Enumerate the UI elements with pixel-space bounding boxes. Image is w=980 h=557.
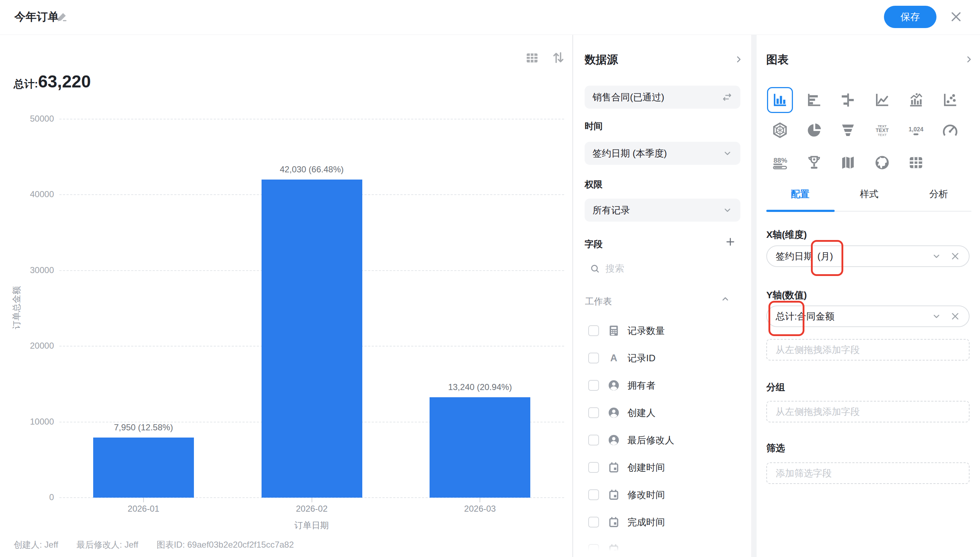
- chart-type-table-icon[interactable]: [903, 150, 929, 176]
- field-list-item[interactable]: 最后修改人: [573, 427, 751, 454]
- chart-type-world-map-icon[interactable]: [869, 150, 895, 176]
- bar-chart: 订单总金额 订单日期 010000200003000040000500007,9…: [0, 35, 572, 557]
- save-button[interactable]: 保存: [884, 6, 936, 28]
- field-checkbox[interactable]: [588, 380, 599, 391]
- remove-field-icon[interactable]: [950, 251, 960, 261]
- permission-section-label: 权限: [584, 179, 602, 191]
- field-checkbox[interactable]: [588, 407, 599, 418]
- field-label: 完成时间: [627, 516, 665, 529]
- field-list-item[interactable]: 记录数量: [573, 317, 751, 344]
- group-drop-zone[interactable]: 从左侧拖拽添加字段: [766, 401, 970, 422]
- datasource-scrollbar[interactable]: [751, 35, 757, 557]
- tab-style[interactable]: 样式: [840, 188, 898, 200]
- field-list-item[interactable]: 修改时间: [573, 481, 751, 508]
- chart-type-bidirectional-bar-icon[interactable]: [835, 87, 861, 113]
- chart-type-radar-icon[interactable]: [767, 117, 793, 143]
- field-checkbox[interactable]: [588, 462, 599, 473]
- field-checkbox[interactable]: [588, 325, 599, 336]
- close-icon[interactable]: [949, 10, 963, 23]
- person-icon: [608, 379, 620, 391]
- chart-type-number-card-icon[interactable]: 1,024: [903, 117, 929, 143]
- bar[interactable]: [93, 438, 194, 498]
- bar[interactable]: [262, 179, 362, 498]
- chevron-down-icon[interactable]: [931, 251, 941, 261]
- field-checkbox[interactable]: [588, 435, 599, 445]
- gridline: [59, 119, 564, 119]
- datasource-table-field[interactable]: 销售合同(已通过): [584, 86, 741, 109]
- field-label: 拥有者: [627, 379, 656, 392]
- field-search-input[interactable]: 搜索: [590, 262, 624, 275]
- calendar-icon: [608, 516, 620, 528]
- x-axis-field-name: 签约日期: [776, 250, 813, 263]
- x-axis-tick: [311, 498, 312, 502]
- field-checkbox[interactable]: [588, 353, 599, 363]
- chart-type-column-icon[interactable]: [767, 87, 793, 113]
- chart-type-pie-icon[interactable]: [801, 117, 827, 143]
- field-label: 记录数量: [627, 324, 665, 337]
- chart-type-progress-icon[interactable]: 88%: [767, 150, 793, 176]
- time-section-label: 时间: [584, 120, 602, 132]
- x-axis-field-select[interactable]: 签约日期 (月): [766, 245, 970, 267]
- chart-type-funnel-icon[interactable]: [835, 117, 861, 143]
- permission-select[interactable]: 所有记录: [584, 199, 741, 221]
- group-label: 分组: [766, 381, 785, 394]
- y-axis-field-name: 合同金额: [797, 310, 834, 323]
- y-axis-tick-label: 0: [15, 492, 54, 502]
- y-axis-aggregation: 总计:: [776, 310, 797, 323]
- edit-title-icon[interactable]: [57, 11, 68, 22]
- y-axis-drop-zone[interactable]: 从左侧拖拽添加字段: [766, 339, 970, 360]
- datasource-expand-icon[interactable]: [734, 54, 744, 64]
- svg-text:A: A: [610, 353, 617, 363]
- chart-type-gauge-icon[interactable]: [937, 117, 963, 143]
- bar-value-label: 13,240 (20.94%): [408, 382, 552, 392]
- chart-type-combo-icon[interactable]: [903, 87, 929, 113]
- chart-expand-icon[interactable]: [964, 54, 974, 64]
- text-icon: A: [608, 352, 620, 364]
- y-axis-tick-label: 30000: [15, 265, 54, 275]
- field-list-item[interactable]: A记录ID: [573, 344, 751, 372]
- y-axis-tick-label: 50000: [15, 114, 54, 124]
- field-label: 最后修改人: [627, 434, 674, 446]
- worksheet-section-label: 工作表: [585, 295, 612, 307]
- modifier-text: 最后修改人: Jeff: [77, 539, 138, 550]
- chart-type-bar-horizontal-icon[interactable]: [801, 87, 827, 113]
- calculator-icon: [608, 324, 620, 337]
- drop-zone-placeholder: 从左侧拖拽添加字段: [776, 406, 860, 418]
- x-axis-label: X轴(维度): [766, 228, 807, 241]
- remove-field-icon[interactable]: [950, 311, 960, 321]
- chart-type-map-icon[interactable]: [835, 150, 861, 176]
- time-range-select[interactable]: 签约日期 (本季度): [584, 142, 741, 165]
- filter-drop-zone[interactable]: 添加筛选字段: [766, 463, 970, 484]
- chevron-down-icon[interactable]: [931, 311, 941, 321]
- chart-id-text: 图表ID: 69aef03b2e20cf2f15cc7a82: [156, 539, 294, 550]
- x-axis-title: 订单日期: [257, 520, 366, 531]
- y-axis-title: 订单总金额: [11, 282, 22, 334]
- bar[interactable]: [430, 397, 530, 498]
- chart-type-scatter-icon[interactable]: [937, 87, 963, 113]
- time-range-value: 签约日期 (本季度): [593, 147, 667, 160]
- field-list-item[interactable]: 拥有者: [573, 372, 751, 399]
- field-label: 创建时间: [627, 461, 665, 474]
- field-checkbox[interactable]: [588, 517, 599, 528]
- chart-type-line-icon[interactable]: [869, 87, 895, 113]
- page-title: 今年订单: [15, 9, 59, 24]
- field-list-item[interactable]: 完成时间: [573, 508, 751, 536]
- field-checkbox[interactable]: [588, 489, 599, 500]
- tab-config[interactable]: 配置: [771, 188, 829, 200]
- collapse-worksheet-icon[interactable]: [720, 294, 730, 304]
- search-icon: [590, 263, 600, 274]
- field-list-item[interactable]: 创建人: [573, 399, 751, 427]
- creator-text: 创建人: Jeff: [14, 539, 58, 550]
- y-axis-label: Y轴(数值): [766, 289, 807, 301]
- chart-type-word-cloud-icon[interactable]: TEXTTEXTTEXT: [869, 117, 895, 143]
- worksheet-field-list: 记录数量A记录ID拥有者创建人最后修改人创建时间修改时间完成时间: [573, 317, 751, 557]
- chart-type-ranking-icon[interactable]: [801, 150, 827, 176]
- swap-table-icon[interactable]: [722, 92, 733, 103]
- search-placeholder: 搜索: [606, 262, 624, 275]
- add-field-icon[interactable]: [725, 236, 736, 247]
- svg-text:TEXT: TEXT: [878, 133, 887, 137]
- field-list-item[interactable]: 创建时间: [573, 454, 751, 481]
- svg-text:88%: 88%: [773, 156, 787, 164]
- y-axis-field-select[interactable]: 总计: 合同金额: [766, 306, 970, 327]
- tab-analysis[interactable]: 分析: [910, 188, 967, 200]
